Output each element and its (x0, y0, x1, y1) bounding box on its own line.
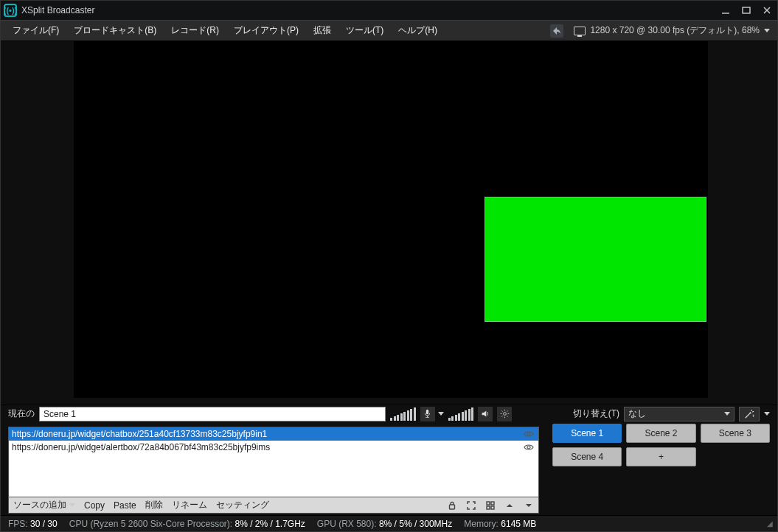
transition-label: 切り替え(T) (573, 407, 619, 420)
maximize-button[interactable] (736, 1, 757, 19)
menu-file[interactable]: ファイル(F) (8, 21, 63, 40)
fps-label: FPS: (8, 519, 28, 529)
chevron-down-icon[interactable] (69, 503, 75, 507)
transition-select[interactable]: なし (624, 407, 734, 421)
svg-rect-4 (426, 410, 428, 415)
chevron-down-icon (764, 29, 770, 32)
speaker-audio-meter (448, 407, 474, 421)
gpu-value: 8% / 5% / 300MHz (379, 519, 452, 529)
source-list[interactable]: https://doneru.jp/widget/chatbox/251a40c… (8, 427, 539, 497)
scene-button-add[interactable]: + (626, 447, 695, 466)
scene-bar: 現在の 切り替え(T) なし + (1, 405, 777, 422)
window-title: XSplit Broadcaster (21, 5, 94, 15)
mic-dropdown-caret[interactable] (438, 412, 444, 416)
memory-value: 6145 MB (501, 519, 536, 529)
gear-icon[interactable] (497, 407, 512, 421)
current-scene-label: 現在の (8, 407, 35, 420)
svg-rect-11 (450, 505, 455, 509)
speaker-icon[interactable] (478, 407, 493, 421)
mic-audio-meter (390, 407, 416, 421)
svg-rect-14 (487, 506, 490, 509)
chevron-down-icon (724, 412, 730, 416)
scene-grid: Scene 1 Scene 2 Scene 3 Scene 4 + (552, 424, 770, 466)
svg-rect-12 (487, 502, 490, 505)
svg-rect-13 (491, 502, 494, 505)
resize-grip[interactable]: ◢ (767, 519, 770, 528)
resolution-text: 1280 x 720 @ 30.00 fps (デフォルト), 68% (590, 24, 760, 37)
resolution-dropdown[interactable]: 1280 x 720 @ 30.00 fps (デフォルト), 68% (574, 24, 770, 37)
settings-button[interactable]: セッティング (216, 499, 269, 511)
source-url: https://doneru.jp/widget/alertbox/72a84b… (12, 442, 270, 452)
menu-help[interactable]: ヘルプ(H) (394, 21, 442, 40)
titlebar: ((•)) XSplit Broadcaster (1, 1, 777, 20)
grid-icon[interactable] (485, 500, 496, 511)
svg-rect-15 (491, 506, 494, 509)
visibility-eye-icon[interactable] (522, 441, 535, 454)
source-row[interactable]: https://doneru.jp/widget/chatbox/251a40c… (9, 427, 538, 441)
svg-point-9 (527, 433, 530, 435)
svg-point-10 (527, 446, 530, 449)
svg-rect-1 (743, 7, 750, 13)
source-overlay-green[interactable] (484, 197, 706, 322)
fps-value: 30 / 30 (30, 519, 58, 529)
menu-playout[interactable]: プレイアウト(P) (229, 21, 303, 40)
scene-button-2[interactable]: Scene 2 (626, 424, 695, 443)
preview-area[interactable] (1, 41, 777, 405)
menubar: ファイル(F) ブロードキャスト(B) レコード(R) プレイアウト(P) 拡張… (1, 20, 777, 41)
menu-broadcast[interactable]: ブロードキャスト(B) (69, 21, 161, 40)
visibility-eye-icon[interactable] (522, 427, 535, 441)
source-url: https://doneru.jp/widget/chatbox/251a40c… (12, 429, 267, 439)
delete-button[interactable]: 削除 (145, 499, 163, 511)
rename-button[interactable]: リネーム (172, 499, 207, 511)
stinger-wand-button[interactable]: + (739, 407, 760, 421)
move-down-icon[interactable] (524, 500, 534, 511)
copy-button[interactable]: Copy (84, 500, 105, 511)
share-icon[interactable] (550, 24, 563, 38)
menu-tool[interactable]: ツール(T) (341, 21, 388, 40)
svg-text:+: + (752, 413, 755, 419)
scene-button-1[interactable]: Scene 1 (552, 424, 622, 443)
scene-button-4[interactable]: Scene 4 (552, 447, 622, 466)
app-icon: ((•)) (4, 4, 17, 17)
scene-switcher-panel: Scene 1 Scene 2 Scene 3 Scene 4 + (546, 422, 777, 515)
transition-selected-value: なし (628, 407, 646, 420)
paste-button[interactable]: Paste (114, 500, 136, 511)
minimize-button[interactable] (715, 1, 736, 19)
lower-panels: https://doneru.jp/widget/chatbox/251a40c… (1, 422, 777, 515)
source-toolbar: ソースの追加 Copy Paste 削除 リネーム セッティング (8, 497, 539, 514)
sources-panel: https://doneru.jp/widget/chatbox/251a40c… (1, 422, 546, 515)
add-source-button[interactable]: ソースの追加 (13, 499, 66, 511)
expand-icon[interactable] (466, 500, 476, 511)
close-button[interactable] (757, 1, 777, 19)
lock-icon[interactable] (447, 500, 457, 511)
menu-extension[interactable]: 拡張 (309, 21, 336, 40)
svg-point-7 (503, 413, 506, 416)
scene-button-3[interactable]: Scene 3 (701, 424, 770, 443)
move-up-icon[interactable] (504, 500, 515, 511)
scene-name-input[interactable] (39, 407, 386, 421)
gpu-label: GPU (RX 580): (317, 519, 377, 529)
source-row[interactable]: https://doneru.jp/widget/alertbox/72a84b… (9, 441, 538, 454)
cpu-value: 8% / 2% / 1.7GHz (235, 519, 305, 529)
monitor-icon (574, 27, 586, 35)
cpu-label: CPU (Ryzen 5 2600 Six-Core Processor): (69, 519, 232, 529)
mic-icon[interactable] (420, 407, 435, 421)
memory-label: Memory: (464, 519, 499, 529)
status-bar: FPS: 30 / 30 CPU (Ryzen 5 2600 Six-Core … (1, 515, 777, 531)
menu-record[interactable]: レコード(R) (167, 21, 223, 40)
wand-dropdown-caret[interactable] (764, 412, 770, 416)
